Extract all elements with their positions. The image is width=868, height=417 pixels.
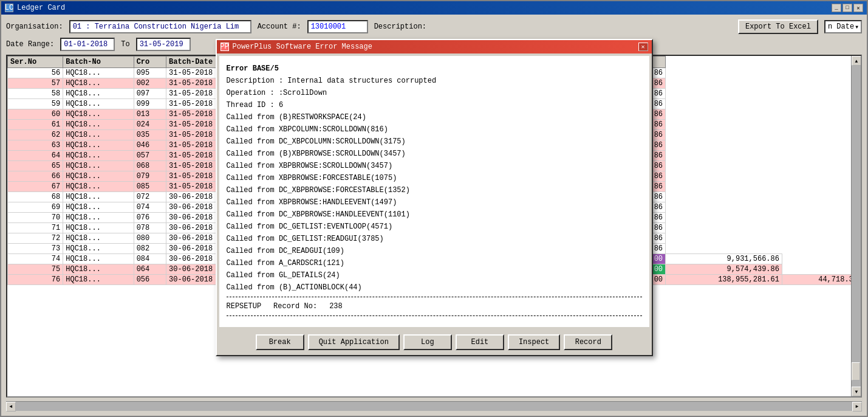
call-stack-item: Called from (B)RESTWORKSPACE(24) [227,112,642,123]
call-stack-item: Called from (B)XBPBROWSE:SCROLLDOWN(3457… [227,148,642,159]
quit-button[interactable]: Quit Application [308,334,400,350]
call-stack-item: Called from DC_XBPBROWSE:HANDLEEVENT(110… [227,209,642,220]
call-stack-item: Called from DC_GETLIST:READGUI(3785) [227,233,642,244]
operation-value: :ScrollDown [279,89,327,97]
separator-1 [227,297,642,297]
call-stack-item: Called from XBPBROWSE:SCROLLDOWN(3457) [227,160,642,171]
call-stack-item: Called from DC_READGUI(109) [227,246,642,257]
window-icon: LC [5,4,13,12]
break-button[interactable]: Break [256,334,304,350]
thread-label: Thread ID : [227,101,275,109]
call-stack-item: Called from XBPBROWSE:FORCESTABLE(1075) [227,173,642,184]
record-label: Record No: [273,301,317,312]
title-bar: LC Ledger Card _ □ ✕ [1,1,867,15]
call-stack-item: Called from DC_XBPCOLUMN:SCROLLDOWN(3175… [227,136,642,147]
record-number: 238 [329,301,343,312]
minimize-button[interactable]: _ [832,4,841,12]
record-line: REPSETUP Record No: 238 [227,301,642,312]
record-button[interactable]: Record [564,334,612,350]
log-button[interactable]: Log [403,334,452,350]
thread-value: 6 [279,101,283,109]
window-title: Ledger Card [17,4,65,12]
error-operation: Operation : :ScrollDown [227,88,642,98]
dialog-title-text: PowerPlus Software Error Message [233,43,372,51]
error-dialog: PP PowerPlus Software Error Message ✕ Er… [216,39,653,356]
operation-label: Operation : [227,89,275,97]
title-bar-controls: _ □ ✕ [832,4,863,12]
close-button[interactable]: ✕ [853,4,863,12]
call-stack-item: Called from DC_XBPBROWSE:FORCESTABLE(135… [227,185,642,196]
error-code: Error BASE/5 [227,63,642,74]
call-stack-item: Called from GL_DETAILS(24) [227,270,642,281]
call-stack-item: Called from XBPCOLUMN:SCROLLDOWN(816) [227,124,642,135]
repsetup-label: REPSETUP [227,301,262,312]
error-description: Description : Internal data structures c… [227,75,642,86]
dialog-title-bar: PP PowerPlus Software Error Message ✕ [217,40,652,53]
error-thread: Thread ID : 6 [227,100,642,111]
call-stack-item: Called from DC_GETLIST:EVENTLOOP(4571) [227,221,642,232]
call-stack: Called from (B)RESTWORKSPACE(24)Called f… [227,112,642,293]
maximize-button[interactable]: □ [842,4,852,12]
call-stack-item: Called from XBPBROWSE:HANDLEEVENT(1497) [227,197,642,208]
call-stack-item: Called from (B)_ACTIONBLOCK(44) [227,282,642,293]
main-window: LC Ledger Card _ □ ✕ Organisation: Accou… [0,0,868,417]
dialog-close-button[interactable]: ✕ [638,43,648,51]
dialog-content: Error BASE/5 Description : Internal data… [219,56,649,327]
dialog-overlay: PP PowerPlus Software Error Message ✕ Er… [1,15,867,416]
dialog-title-left: PP PowerPlus Software Error Message [220,43,372,51]
dialog-buttons: Break Quit Application Log Edit Inspect … [217,329,652,355]
edit-button[interactable]: Edit [456,334,504,350]
inspect-button[interactable]: Inspect [508,334,560,350]
description-label: Description : [227,77,284,85]
description-value: Internal data structures corrupted [287,77,436,85]
content-area: Organisation: Account #: Description: Ex… [1,15,867,416]
dialog-app-icon: PP [220,43,229,51]
call-stack-item: Called from A_CARDSCR1(121) [227,258,642,269]
separator-2 [227,315,642,316]
